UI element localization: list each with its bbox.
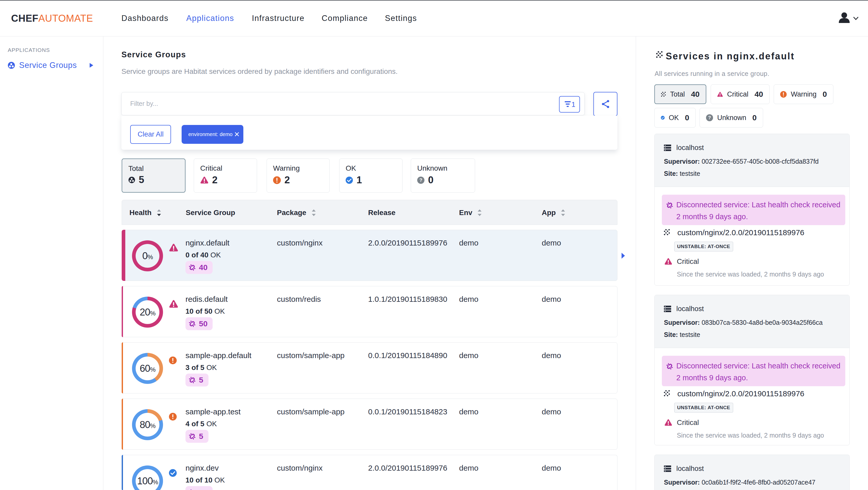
- svg-text:1: 1: [571, 101, 575, 107]
- svg-text:?: ?: [419, 177, 422, 183]
- svg-text:?: ?: [708, 115, 711, 120]
